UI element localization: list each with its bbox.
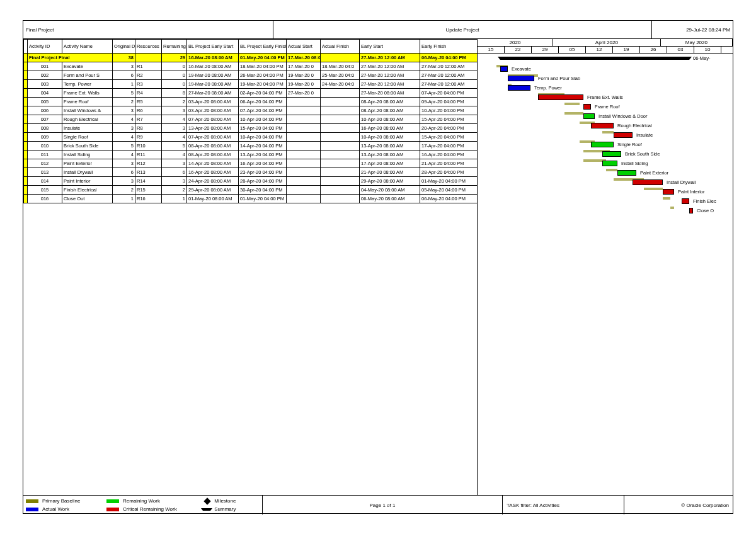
actual-bar bbox=[500, 66, 508, 72]
bar-label: Paint Exterior bbox=[639, 169, 668, 177]
table-row[interactable]: 015Finish Electrical2R15229-Apr-20 08:00… bbox=[24, 186, 478, 195]
table-row[interactable]: 001Excavate3R1016-Mar-20 08:00 AM18-Mar-… bbox=[24, 62, 478, 71]
legend-label-actual: Actual Work bbox=[42, 506, 104, 512]
gantt-pane: 2020April 2020May 2020 15222905121926031… bbox=[478, 39, 733, 495]
gantt-summary-row: 06-May- bbox=[478, 54, 733, 64]
day-tick: 12 bbox=[586, 47, 613, 54]
bar-label: Form and Pour Slab bbox=[537, 74, 580, 82]
day-tick: 29 bbox=[532, 47, 559, 54]
legend-swatch-critical bbox=[106, 508, 119, 511]
month-header: April 2020 bbox=[553, 39, 661, 46]
col-actual-start[interactable]: Actual Start bbox=[287, 40, 321, 54]
page-indicator: Page 1 of 1 bbox=[263, 496, 503, 514]
remaining-bar bbox=[583, 113, 595, 119]
remaining-bar bbox=[591, 142, 614, 147]
gantt-row: Insulate bbox=[478, 130, 733, 140]
gantt-row: Single Roof bbox=[478, 140, 733, 149]
table-row[interactable]: 006Install Windows &3R6303-Apr-20 08:00 … bbox=[24, 106, 478, 115]
main-split: Activity ID Activity Name Original Durat… bbox=[23, 39, 733, 495]
col-orig-dur[interactable]: Original Duration bbox=[113, 40, 135, 54]
critical-bar bbox=[538, 94, 583, 100]
col-activity-id[interactable]: Activity ID bbox=[28, 40, 62, 54]
day-tick: 05 bbox=[559, 47, 586, 54]
bar-label: Rough Electrical bbox=[616, 122, 652, 130]
day-tick: 03 bbox=[667, 47, 694, 54]
gantt-row: Paint Exterior bbox=[478, 168, 733, 178]
legend-label-baseline: Primary Baseline bbox=[42, 498, 104, 504]
table-row[interactable]: 016Close Out1R16101-May-20 08:00 AM01-Ma… bbox=[24, 195, 478, 203]
table-row[interactable]: 009Single Roof4R9407-Apr-20 08:00 AM10-A… bbox=[24, 133, 478, 142]
gantt-row: Finish Elec bbox=[478, 196, 733, 206]
gantt-row: Install Drywall bbox=[478, 178, 733, 187]
legend-swatch-baseline bbox=[26, 499, 38, 503]
gantt-row: Excavate bbox=[478, 64, 733, 74]
bar-label: Install Siding bbox=[620, 159, 648, 168]
header-center-title: Update Project bbox=[273, 21, 652, 38]
legend-label-milestone: Milestone bbox=[214, 498, 260, 504]
bar-label: Paint Interior bbox=[677, 188, 705, 196]
bar-label: Install Drywall bbox=[665, 178, 696, 186]
table-row[interactable]: 010Brick South Side5R10508-Apr-20 08:00 … bbox=[24, 142, 478, 151]
critical-bar bbox=[689, 208, 693, 213]
col-early-start[interactable]: Early Start bbox=[360, 40, 420, 54]
table-row[interactable]: 008Insulate3R8313-Apr-20 08:00 AM15-Apr-… bbox=[24, 124, 478, 133]
month-header: May 2020 bbox=[661, 39, 733, 46]
table-row[interactable]: 004Frame Ext. Walls5R4827-Mar-20 08:00 A… bbox=[24, 89, 478, 98]
col-actual-finish[interactable]: Actual Finish bbox=[321, 40, 360, 54]
critical-bar bbox=[614, 132, 633, 138]
gantt-row: Brick South Side bbox=[478, 149, 733, 159]
gantt-row: Rough Electrical bbox=[478, 121, 733, 130]
table-row[interactable]: 002Form and Pour S6R2019-Mar-20 08:00 AM… bbox=[24, 71, 478, 80]
summary-row[interactable]: Final Project Final382916-Mar-20 08:00 A… bbox=[24, 54, 478, 62]
header-run-time: 29-Jul-22 08:24 PM bbox=[652, 21, 733, 38]
gantt-row: Close O bbox=[478, 206, 733, 215]
table-row[interactable]: 003Temp. Power1R3019-Mar-20 08:00 AM19-M… bbox=[24, 80, 478, 89]
legend: Primary Baseline Remaining Work Mileston… bbox=[23, 496, 263, 514]
bar-label: Single Roof bbox=[616, 140, 642, 149]
gantt-row: Paint Interior bbox=[478, 187, 733, 196]
actual-bar bbox=[508, 76, 534, 81]
col-bl-early-start[interactable]: BL Project Early Start bbox=[187, 40, 239, 54]
gantt-row: Install Windows & Door bbox=[478, 111, 733, 121]
activity-table-pane: Activity ID Activity Name Original Durat… bbox=[23, 39, 478, 495]
activity-table: Activity ID Activity Name Original Durat… bbox=[23, 39, 478, 203]
day-tick: 22 bbox=[505, 47, 532, 54]
day-tick: 26 bbox=[640, 47, 667, 54]
day-tick: 10 bbox=[694, 47, 721, 54]
remaining-bar bbox=[617, 170, 636, 176]
table-row[interactable]: 013Install Drywall6R13616-Apr-20 08:00 A… bbox=[24, 168, 478, 177]
bar-label: Finish Elec bbox=[692, 197, 716, 205]
table-row[interactable]: 011Install Siding4R11408-Apr-20 08:00 AM… bbox=[24, 151, 478, 159]
gantt-row: Frame Ext. Walls bbox=[478, 93, 733, 102]
col-activity-name[interactable]: Activity Name bbox=[62, 40, 113, 54]
col-rem-dur[interactable]: Remaining Duration bbox=[162, 40, 187, 54]
gantt-row: Form and Pour Slab bbox=[478, 74, 733, 83]
col-resources[interactable]: Resources bbox=[135, 40, 162, 54]
table-row[interactable]: 007Rough Electrical4R7407-Apr-20 08:00 A… bbox=[24, 115, 478, 124]
copyright: © Oracle Corporation bbox=[624, 496, 733, 514]
col-early-finish[interactable]: Early Finish bbox=[420, 40, 478, 54]
bar-label: Frame Ext. Walls bbox=[586, 93, 623, 101]
gantt-body: 06-May-ExcavateForm and Pour SlabTemp. P… bbox=[478, 54, 733, 215]
milestone-icon bbox=[204, 497, 211, 504]
col-bl-early-finish[interactable]: BL Project Early Finish bbox=[239, 40, 287, 54]
report-footer: Primary Baseline Remaining Work Mileston… bbox=[23, 495, 733, 514]
bar-label: Frame Roof bbox=[593, 103, 620, 111]
remaining-bar bbox=[602, 161, 617, 166]
report-header: Final Project Update Project 29-Jul-22 0… bbox=[23, 21, 733, 39]
gantt-row: Temp. Power bbox=[478, 83, 733, 93]
table-row[interactable]: 012Paint Exterior3R12314-Apr-20 08:00 AM… bbox=[24, 159, 478, 168]
task-filter: TASK filter: All Activities bbox=[503, 496, 624, 514]
actual-bar bbox=[508, 85, 530, 91]
bar-label: Excavate bbox=[510, 65, 531, 73]
table-row[interactable]: 005Frame Roof2R5203-Apr-20 08:00 AM06-Ap… bbox=[24, 98, 478, 106]
legend-label-critical: Critical Remaining Work bbox=[123, 506, 200, 512]
critical-bar bbox=[591, 123, 614, 128]
legend-label-summary: Summary bbox=[214, 506, 260, 512]
remaining-bar bbox=[602, 151, 621, 157]
critical-bar bbox=[682, 198, 689, 204]
critical-bar bbox=[663, 189, 674, 195]
bar-label: Close O bbox=[696, 207, 714, 215]
table-row[interactable]: 014Paint Interior3R14324-Apr-20 08:00 AM… bbox=[24, 177, 478, 186]
bar-label: Temp. Power bbox=[533, 84, 562, 92]
